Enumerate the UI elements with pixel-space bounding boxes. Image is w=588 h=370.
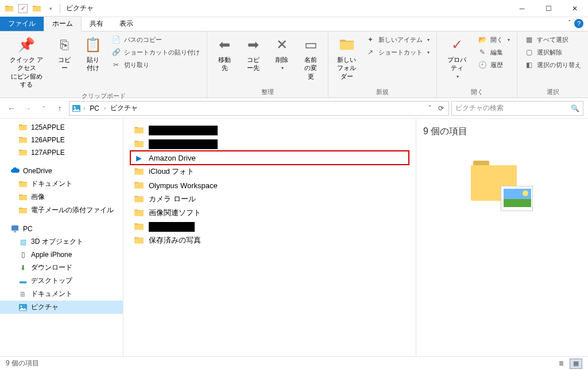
pin-to-quick-access-button[interactable]: 📌 クイック アクセス にピン留めする [5,34,48,90]
folder-icon [5,4,14,13]
file-list[interactable]: ▶Amazon Drive iCloud フォト Olympus Workspa… [123,119,416,356]
maximize-button[interactable]: ☐ [535,0,562,17]
main-area: 125APPLE 126APPLE 127APPLE OneDrive ドキュメ… [0,119,588,356]
recent-button[interactable]: ˅ [37,102,51,115]
address-bar[interactable]: › PC › ピクチャ ˅ ⟳ [69,101,449,116]
tab-file[interactable]: ファイル [0,17,44,31]
search-input[interactable]: ピクチャの検索 🔍 [451,101,583,116]
refresh-icon[interactable]: ⟳ [436,104,446,112]
close-button[interactable]: ✕ [562,0,588,17]
tree-item-127apple[interactable]: 127APPLE [0,146,123,159]
list-item-amazon[interactable]: ▶Amazon Drive [130,151,409,165]
cube-icon: ▧ [18,237,28,247]
svg-rect-2 [11,225,18,231]
folder-icon [18,193,28,202]
list-item[interactable] [130,137,409,151]
breadcrumb-pc[interactable]: PC [87,103,102,114]
tree-item-126apple[interactable]: 126APPLE [0,134,123,146]
tab-home[interactable]: ホーム [44,16,82,32]
tree-item-downloads[interactable]: ⬇ダウンロード [0,261,123,274]
list-item-saved[interactable]: 保存済みの写真 [130,233,409,247]
open-button[interactable]: 📂開く▾ [475,34,512,45]
list-item-soft[interactable]: 画像関連ソフト [130,206,409,220]
tree-item-pictures[interactable]: ピクチャ [0,301,123,314]
redacted-name [149,139,218,149]
list-item[interactable] [130,123,409,137]
paste-button[interactable]: 📋 貼り付け [80,34,106,74]
up-button[interactable]: ↑ [53,102,67,115]
select-all-icon: ▦ [524,35,533,44]
list-item[interactable] [130,220,409,233]
new-item-icon: ✦ [366,35,375,44]
cut-button[interactable]: ✂切り取り [109,59,202,71]
folder-icon [134,166,144,177]
tree-item-pc[interactable]: PC [0,223,123,235]
tree-item-onedrive[interactable]: OneDrive [0,165,123,177]
open-icon: 📂 [478,35,487,44]
svg-point-5 [21,305,22,307]
collapse-ribbon-icon[interactable]: ˆ [568,20,571,28]
tree-item-documents-od[interactable]: ドキュメント [0,177,123,190]
ribbon-group-select: ▦すべて選択 ▢選択解除 ◧選択の切り替え 選択 [517,32,588,98]
tree-item-email-attach[interactable]: 電子メールの添付ファイル [0,204,123,217]
tab-share[interactable]: 共有 [82,17,111,31]
group-label: クリップボード [5,90,202,100]
new-item-button[interactable]: ✦新しいアイテム▾ [363,34,432,45]
copy-to-button[interactable]: ➡コピー先 [241,34,266,74]
folder-icon[interactable] [32,4,41,13]
copy-path-button[interactable]: 📄パスのコピー [109,34,202,45]
history-button[interactable]: 🕘履歴 [475,59,512,71]
back-button[interactable]: ← [5,102,18,115]
checkbox-icon[interactable]: ✓ [18,4,28,13]
scissors-icon: ✂ [111,60,121,69]
select-all-button[interactable]: ▦すべて選択 [522,34,583,45]
view-large-button[interactable]: ▦ [570,359,582,369]
forward-button[interactable]: → [21,102,34,115]
edit-button[interactable]: ✎編集 [475,46,512,58]
minimize-button[interactable]: ─ [509,0,535,17]
preview-pane: 9 個の項目 [416,119,588,356]
folder-icon [134,221,144,232]
address-dropdown-icon[interactable]: ˅ [425,104,435,112]
delete-icon: ✕ [273,36,291,54]
tree-item-desktop[interactable]: ▬デスクトップ [0,274,123,287]
tree-item-3d-objects[interactable]: ▧3D オブジェクト [0,235,123,248]
copy-button[interactable]: ⎘ コピー [52,34,77,74]
path-icon: 📄 [111,35,121,44]
rename-button[interactable]: ▭名前 の変更 [298,34,323,82]
desktop-icon: ▬ [18,276,28,286]
ribbon: 📌 クイック アクセス にピン留めする ⎘ コピー 📋 貼り付け 📄パスのコピー… [0,32,588,98]
navigation-tree[interactable]: 125APPLE 126APPLE 127APPLE OneDrive ドキュメ… [0,119,123,356]
list-item-olympus[interactable]: Olympus Workspace [130,178,409,192]
select-none-button[interactable]: ▢選択解除 [522,46,583,58]
new-folder-button[interactable]: 新しい フォルダー [333,34,360,82]
invert-selection-button[interactable]: ◧選択の切り替え [522,59,583,71]
paste-shortcut-button[interactable]: 🔗ショートカットの貼り付け [109,46,202,58]
chevron-down-icon[interactable]: ▾ [46,4,55,13]
folder-icon [18,135,28,145]
quick-access-toolbar: ✓ ▾ [0,4,60,13]
tree-item-images-od[interactable]: 画像 [0,190,123,204]
breadcrumb-pictures[interactable]: ピクチャ [108,102,140,114]
ribbon-group-clipboard: 📌 クイック アクセス にピン留めする ⎘ コピー 📋 貼り付け 📄パスのコピー… [0,32,207,98]
tree-item-125apple[interactable]: 125APPLE [0,121,123,134]
list-item-icloud[interactable]: iCloud フォト [130,165,409,178]
help-icon[interactable]: ? [574,19,583,28]
properties-button[interactable]: ✓プロパティ▾ [442,34,472,81]
delete-button[interactable]: ✕削除▾ [269,34,295,73]
list-item-camera[interactable]: カメラ ロール [130,192,409,206]
move-to-button[interactable]: ⬅移動先 [212,34,237,74]
window-controls: ─ ☐ ✕ [509,0,588,17]
move-icon: ⬅ [215,36,234,54]
folder-icon [18,206,28,215]
folder-icon [134,139,144,149]
search-icon[interactable]: 🔍 [571,104,579,112]
group-label: 選択 [522,86,583,96]
tree-item-iphone[interactable]: ▯Apple iPhone [0,248,123,261]
tab-view[interactable]: 表示 [111,17,141,31]
select-none-icon: ▢ [524,48,533,57]
shortcut-icon: 🔗 [111,48,121,57]
view-details-button[interactable]: ≣ [555,359,567,369]
new-shortcut-button[interactable]: ↗ショートカット▾ [363,46,432,58]
tree-item-documents[interactable]: 🗎ドキュメント [0,287,123,301]
